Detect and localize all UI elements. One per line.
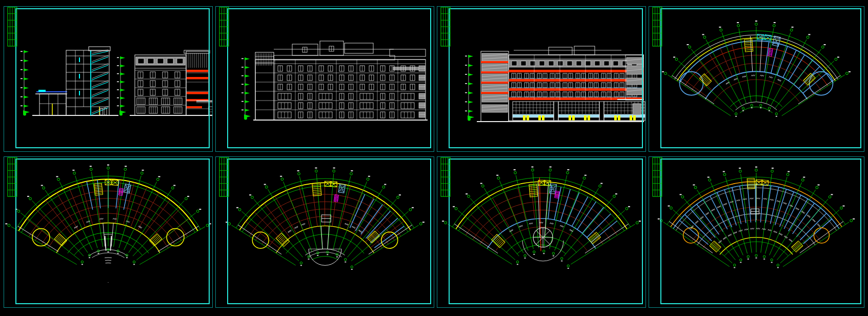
panel-sheet-third-floor-plan — [437, 156, 646, 308]
sheet-third-floor-plan-drawing — [437, 156, 646, 308]
panel-sheet-rear-elevation — [215, 6, 434, 152]
sheet-typical-guestroom-floor-plan-drawing — [649, 156, 864, 308]
panel-sheet-building-section-and-end-elevation — [4, 6, 213, 152]
sheet-upper-floor-plan-drawing — [649, 6, 864, 152]
cad-sheet-grid — [0, 0, 868, 316]
panel-sheet-ground-floor-plan — [4, 156, 213, 308]
sheet-front-elevation-drawing — [437, 6, 646, 152]
panel-sheet-upper-floor-plan — [649, 6, 864, 152]
sheet-rear-elevation-drawing — [215, 6, 434, 152]
sheet-building-section-and-end-elevation-drawing — [4, 6, 213, 152]
sheet-second-floor-plan-drawing — [215, 156, 434, 308]
panel-sheet-front-elevation — [437, 6, 646, 152]
sheet-ground-floor-plan-drawing — [4, 156, 213, 308]
panel-sheet-typical-guestroom-floor-plan — [649, 156, 864, 308]
panel-sheet-second-floor-plan — [215, 156, 434, 308]
